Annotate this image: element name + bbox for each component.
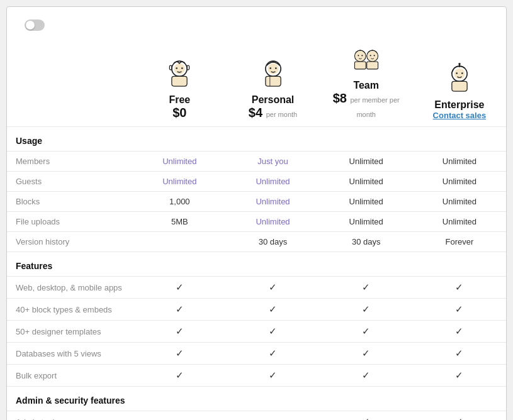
- table-row: Blocks1,000UnlimitedUnlimitedUnlimited: [7, 192, 506, 212]
- plan-value: [133, 232, 226, 252]
- plan-value: ✓: [320, 411, 413, 421]
- plan-value: ✓: [226, 321, 319, 343]
- plan-header-personal: Personal$4 per month: [226, 38, 319, 127]
- plan-value: Unlimited: [133, 172, 226, 192]
- plan-name-free: Free: [142, 94, 217, 106]
- plan-price-personal: $4 per month: [235, 106, 310, 120]
- svg-point-23: [456, 72, 458, 74]
- plan-value: ✓: [320, 321, 413, 343]
- section-title-1: Features: [7, 252, 506, 277]
- svg-rect-11: [265, 76, 280, 86]
- pricing-card: Free$0 Personal$4 per month Team$8 per m…: [6, 6, 507, 420]
- svg-point-17: [369, 55, 371, 56]
- svg-point-18: [373, 55, 375, 56]
- svg-point-24: [461, 72, 463, 74]
- plan-value: ✓: [133, 343, 226, 365]
- feature-label: 50+ designer templates: [7, 321, 133, 343]
- svg-rect-25: [452, 81, 467, 91]
- table-row: Version history30 days30 daysForever: [7, 232, 506, 252]
- plan-value: ✓: [413, 343, 506, 365]
- plan-value: ✓: [413, 277, 506, 299]
- billing-toggle[interactable]: [25, 19, 45, 31]
- svg-point-27: [458, 63, 460, 65]
- plan-price-team: $8 per member per month: [329, 91, 404, 120]
- table-row: 50+ designer templates✓✓✓✓: [7, 321, 506, 343]
- svg-point-9: [269, 67, 271, 69]
- plan-price-free: $0: [142, 106, 217, 120]
- table-row: File uploads5MBUnlimitedUnlimitedUnlimit…: [7, 212, 506, 232]
- feature-label: Databases with 5 views: [7, 343, 133, 365]
- plan-value: ✓: [413, 299, 506, 321]
- table-row: GuestsUnlimitedUnlimitedUnlimitedUnlimit…: [7, 172, 506, 192]
- section-title-0: Usage: [7, 127, 506, 152]
- table-row: Web, desktop, & mobile apps✓✓✓✓: [7, 277, 506, 299]
- svg-rect-2: [172, 76, 187, 86]
- plan-value: 5MB: [133, 212, 226, 232]
- plan-value: Unlimited: [413, 212, 506, 232]
- section-title-2: Admin & security features: [7, 387, 506, 411]
- plan-value: Just you: [226, 152, 319, 172]
- plan-name-team: Team: [329, 80, 404, 91]
- plan-value: ✓: [133, 321, 226, 343]
- table-row: Admin tools✓✓: [7, 411, 506, 421]
- feature-label: Bulk export: [7, 365, 133, 387]
- plan-value: Unlimited: [226, 172, 319, 192]
- plan-value: [226, 411, 319, 421]
- plan-value: 30 days: [320, 232, 413, 252]
- plan-value: ✓: [320, 343, 413, 365]
- svg-point-14: [361, 55, 363, 56]
- svg-point-10: [275, 67, 277, 69]
- plan-value: ✓: [133, 365, 226, 387]
- plan-value: Unlimited: [226, 192, 319, 212]
- section-header-1: Features: [7, 252, 506, 277]
- plan-value: 30 days: [226, 232, 319, 252]
- plan-value: Forever: [413, 232, 506, 252]
- svg-rect-19: [366, 62, 378, 69]
- table-row: Databases with 5 views✓✓✓✓: [7, 343, 506, 365]
- table-row: 40+ block types & embeds✓✓✓✓: [7, 299, 506, 321]
- plan-value: ✓: [413, 365, 506, 387]
- plan-value: Unlimited: [320, 152, 413, 172]
- feature-label: Guests: [7, 172, 133, 192]
- pricing-table: Free$0 Personal$4 per month Team$8 per m…: [7, 38, 506, 420]
- svg-point-4: [181, 67, 183, 69]
- svg-point-3: [176, 67, 178, 69]
- plan-header-team: Team$8 per member per month: [320, 38, 413, 127]
- contact-sales-link[interactable]: Contact sales: [422, 111, 497, 120]
- plan-name-enterprise: Enterprise: [422, 99, 497, 111]
- plan-header-free: Free$0: [133, 38, 226, 127]
- feature-label: Members: [7, 152, 133, 172]
- table-row: MembersUnlimitedJust youUnlimitedUnlimit…: [7, 152, 506, 172]
- feature-label: 40+ block types & embeds: [7, 299, 133, 321]
- plan-value: Unlimited: [320, 212, 413, 232]
- section-header-2: Admin & security features: [7, 387, 506, 411]
- feature-label: Admin tools: [7, 411, 133, 421]
- plan-value: ✓: [320, 365, 413, 387]
- plan-value: ✓: [320, 299, 413, 321]
- feature-label: File uploads: [7, 212, 133, 232]
- plan-value: ✓: [226, 365, 319, 387]
- plan-value: ✓: [133, 277, 226, 299]
- plan-value: Unlimited: [413, 172, 506, 192]
- plan-header-enterprise: EnterpriseContact sales: [413, 38, 506, 127]
- plan-value: 1,000: [133, 192, 226, 212]
- plan-value: Unlimited: [413, 192, 506, 212]
- svg-rect-6: [187, 65, 189, 70]
- feature-col-header: [7, 38, 133, 127]
- plan-value: ✓: [320, 277, 413, 299]
- table-row: Bulk export✓✓✓✓: [7, 365, 506, 387]
- plan-value: ✓: [226, 343, 319, 365]
- plan-value: Unlimited: [133, 152, 226, 172]
- plan-value: ✓: [133, 299, 226, 321]
- svg-point-13: [358, 55, 359, 56]
- billing-row: [7, 19, 506, 38]
- section-header-0: Usage: [7, 127, 506, 152]
- feature-label: Version history: [7, 232, 133, 252]
- svg-rect-5: [170, 65, 172, 70]
- svg-rect-15: [354, 62, 366, 69]
- plan-value: ✓: [413, 411, 506, 421]
- plan-value: Unlimited: [320, 172, 413, 192]
- feature-label: Web, desktop, & mobile apps: [7, 277, 133, 299]
- plan-value: ✓: [226, 277, 319, 299]
- plan-value: Unlimited: [413, 152, 506, 172]
